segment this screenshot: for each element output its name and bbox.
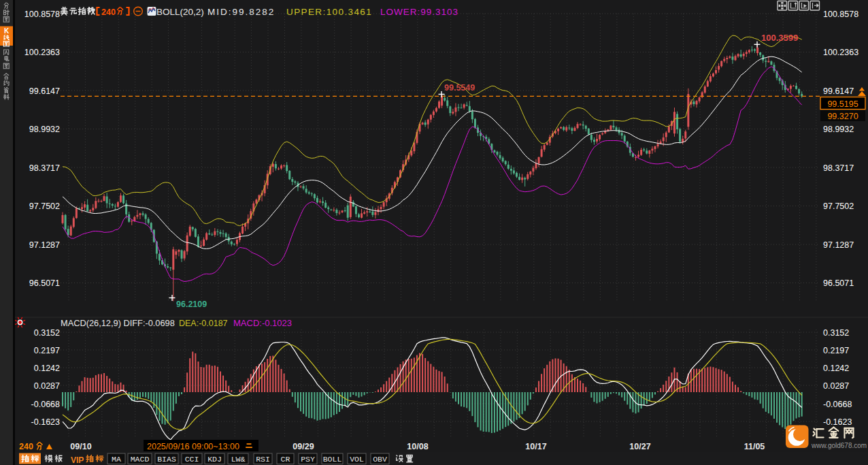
- svg-text:BIAS: BIAS: [157, 455, 176, 464]
- svg-text:240: 240: [19, 442, 33, 451]
- svg-text:MA: MA: [112, 455, 121, 464]
- svg-text:-0.1623: -0.1623: [823, 417, 852, 427]
- svg-text:-0.0668: -0.0668: [31, 400, 60, 409]
- svg-text:09/10: 09/10: [70, 442, 91, 451]
- svg-text:KDJ: KDJ: [207, 455, 222, 464]
- svg-text:0.2197: 0.2197: [823, 346, 849, 355]
- svg-text:96.5071: 96.5071: [823, 278, 854, 288]
- svg-text:www.gold678.com: www.gold678.com: [811, 442, 867, 449]
- svg-text:BOLL: BOLL: [323, 455, 342, 464]
- svg-text:99.3270: 99.3270: [827, 112, 858, 121]
- svg-text:98.9932: 98.9932: [29, 125, 60, 134]
- svg-text:100.8578: 100.8578: [24, 10, 60, 19]
- svg-text:0.1242: 0.1242: [34, 364, 60, 373]
- svg-text:99.5549: 99.5549: [444, 83, 475, 93]
- svg-text:100.2363: 100.2363: [24, 48, 60, 57]
- svg-text:DEA:-0.0187: DEA:-0.0187: [179, 319, 228, 328]
- svg-text:CR: CR: [281, 455, 290, 464]
- svg-text:11/05: 11/05: [744, 442, 765, 451]
- svg-text:0.0287: 0.0287: [34, 381, 60, 391]
- svg-text:MACD(26,12,9) DIFF:-0.0698: MACD(26,12,9) DIFF:-0.0698: [61, 318, 175, 328]
- svg-text:99.6147: 99.6147: [823, 86, 854, 96]
- svg-text:UPPER:100.3461: UPPER:100.3461: [286, 7, 372, 17]
- svg-text:10/08: 10/08: [407, 442, 428, 451]
- svg-text:2025/09/16 09:00~13:00: 2025/09/16 09:00~13:00: [147, 442, 239, 451]
- svg-text:96.5071: 96.5071: [29, 278, 60, 288]
- svg-text:BOLL(20,2): BOLL(20,2): [156, 7, 204, 17]
- svg-text:VIP: VIP: [71, 455, 84, 465]
- svg-text:MID:99.8282: MID:99.8282: [207, 7, 275, 17]
- svg-text:97.7502: 97.7502: [29, 202, 60, 211]
- svg-text:10/17: 10/17: [525, 442, 546, 451]
- svg-text:OBV: OBV: [373, 455, 387, 464]
- svg-text:0.0287: 0.0287: [823, 381, 849, 391]
- svg-text:MACD:-0.1023: MACD:-0.1023: [233, 318, 292, 328]
- svg-text:0.3152: 0.3152: [34, 328, 60, 338]
- svg-text:0.1242: 0.1242: [823, 364, 849, 373]
- svg-text:RSI: RSI: [256, 455, 270, 464]
- svg-text:100.3599: 100.3599: [761, 33, 798, 43]
- svg-text:97.1287: 97.1287: [29, 240, 60, 250]
- svg-text:96.2109: 96.2109: [176, 300, 207, 309]
- svg-text:97.7502: 97.7502: [823, 202, 854, 211]
- svg-text:K: K: [4, 27, 10, 35]
- svg-text:MACD: MACD: [131, 455, 150, 464]
- svg-text:LW&: LW&: [231, 455, 246, 464]
- svg-text:-0.1623: -0.1623: [31, 417, 60, 427]
- svg-text:100.2363: 100.2363: [823, 48, 858, 57]
- svg-text:99.6147: 99.6147: [29, 86, 60, 96]
- svg-text:VOL: VOL: [350, 455, 364, 464]
- svg-text:100.8578: 100.8578: [823, 10, 858, 19]
- svg-text:240: 240: [101, 7, 116, 17]
- svg-text:-0.0668: -0.0668: [823, 400, 852, 409]
- svg-text:97.1287: 97.1287: [823, 240, 854, 250]
- svg-text:0.2197: 0.2197: [34, 346, 60, 355]
- svg-text:CCI: CCI: [185, 455, 199, 464]
- svg-text:PSY: PSY: [301, 455, 315, 464]
- svg-text:99.5195: 99.5195: [827, 99, 858, 109]
- svg-text:10/27: 10/27: [629, 442, 650, 451]
- svg-text:98.3717: 98.3717: [823, 163, 854, 173]
- svg-text:98.9932: 98.9932: [823, 125, 854, 134]
- svg-text:0.3152: 0.3152: [823, 328, 849, 338]
- svg-text:09/29: 09/29: [293, 442, 314, 451]
- svg-text:98.3717: 98.3717: [29, 163, 60, 173]
- svg-text:LOWER:99.3103: LOWER:99.3103: [380, 7, 458, 17]
